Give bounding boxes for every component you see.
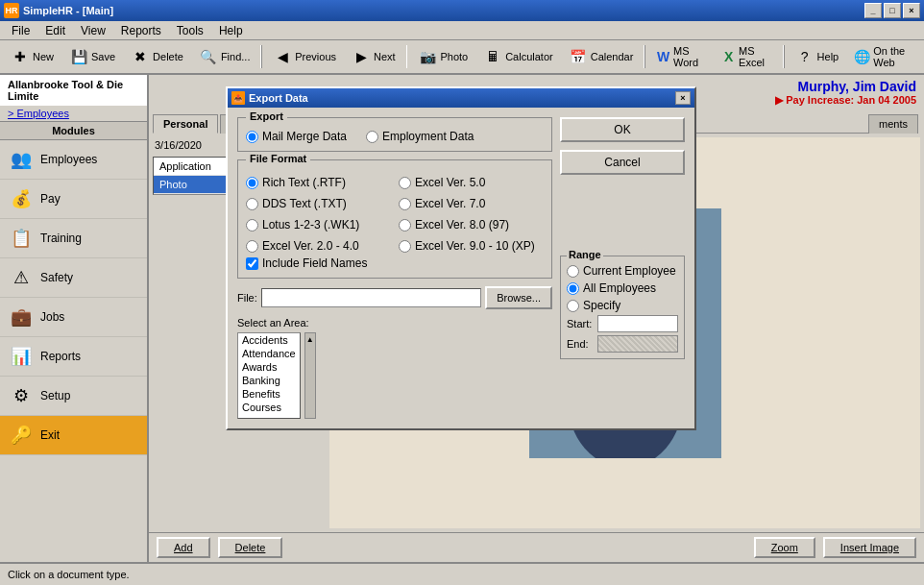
format-excel5-radio[interactable] — [399, 177, 411, 189]
all-employees-row: All Employees — [567, 281, 678, 295]
specify-radio[interactable] — [567, 300, 579, 312]
format-excel7-row: Excel Ver. 7.0 — [399, 197, 544, 210]
format-excel7-radio[interactable] — [399, 198, 411, 210]
format-excel5-row: Excel Ver. 5.0 — [399, 176, 544, 189]
mail-merge-label: Mail Merge Data — [262, 130, 347, 143]
specify-row: Specify — [567, 299, 678, 312]
dialog-body: Export Mail Merge Data Employment Data F… — [228, 108, 694, 428]
include-fields-label: Include Field Names — [262, 256, 367, 270]
export-group-label: Export — [246, 110, 287, 122]
dialog-close-button[interactable]: × — [675, 91, 691, 105]
format-lotus-label: Lotus 1-2-3 (.WK1) — [262, 218, 359, 232]
file-row: File: Browse... — [237, 286, 552, 309]
cancel-button[interactable]: Cancel — [560, 150, 685, 175]
start-input — [597, 315, 678, 332]
current-employee-radio[interactable] — [567, 265, 579, 278]
specify-label: Specify — [583, 299, 620, 312]
format-rtf-row: Rich Text (.RTF) — [246, 176, 391, 189]
file-format-label: File Format — [246, 153, 310, 164]
file-label: File: — [237, 292, 257, 304]
area-accidents[interactable]: Accidents — [238, 333, 300, 347]
export-group: Export Mail Merge Data Employment Data — [237, 117, 552, 152]
current-employee-label: Current Employee — [583, 264, 676, 278]
file-input[interactable] — [261, 288, 481, 307]
select-area-label: Select an Area: — [237, 317, 552, 329]
select-area-section: Select an Area: Accidents Attendance Awa… — [237, 317, 552, 419]
end-row: End: — [567, 335, 678, 353]
area-courses[interactable]: Courses — [238, 401, 300, 414]
format-excel8-radio[interactable] — [399, 219, 411, 232]
list-scrollbar[interactable]: ▲ — [304, 332, 316, 419]
include-fields-row: Include Field Names — [246, 256, 544, 270]
end-input — [597, 335, 678, 353]
employment-data-label: Employment Data — [382, 130, 474, 143]
format-rtf-radio[interactable] — [246, 177, 258, 189]
mail-merge-radio[interactable] — [246, 131, 258, 143]
range-group: Range Current Employee All Employees Spe… — [560, 256, 685, 359]
format-lotus-radio[interactable] — [246, 219, 258, 232]
format-lotus-row: Lotus 1-2-3 (.WK1) — [246, 218, 391, 232]
area-banking[interactable]: Banking — [238, 374, 300, 387]
all-employees-label: All Employees — [583, 281, 656, 295]
format-col-2: Excel Ver. 5.0 Excel Ver. 7.0 Excel Ver.… — [399, 172, 544, 253]
ok-button[interactable]: OK — [560, 117, 685, 142]
format-excel20-radio[interactable] — [246, 240, 258, 253]
export-dialog: 📤 Export Data × Export Mail Merge Data E… — [226, 86, 696, 430]
dialog-right: OK Cancel Range Current Employee All Emp… — [560, 117, 685, 419]
browse-button[interactable]: Browse... — [485, 286, 552, 309]
format-excel9-label: Excel Ver. 9.0 - 10 (XP) — [415, 239, 535, 253]
format-dds-radio[interactable] — [246, 198, 258, 210]
format-dds-label: DDS Text (.TXT) — [262, 197, 347, 210]
current-employee-row: Current Employee — [567, 264, 678, 278]
format-dds-row: DDS Text (.TXT) — [246, 197, 391, 210]
format-excel8-label: Excel Ver. 8.0 (97) — [415, 218, 509, 232]
area-list-box[interactable]: Accidents Attendance Awards Banking Bene… — [237, 332, 301, 419]
dialog-title-bar: 📤 Export Data × — [228, 88, 694, 108]
dialog-icon: 📤 — [231, 91, 245, 105]
dialog-overlay: 📤 Export Data × Export Mail Merge Data E… — [0, 0, 924, 585]
format-excel7-label: Excel Ver. 7.0 — [415, 197, 485, 210]
start-row: Start: — [567, 315, 678, 332]
format-col-1: Rich Text (.RTF) DDS Text (.TXT) Lotus 1… — [246, 172, 391, 253]
format-rtf-label: Rich Text (.RTF) — [262, 176, 346, 189]
end-label: End: — [567, 338, 594, 350]
format-excel5-label: Excel Ver. 5.0 — [415, 176, 485, 189]
format-excel20-row: Excel Ver. 2.0 - 4.0 — [246, 239, 391, 253]
format-excel20-label: Excel Ver. 2.0 - 4.0 — [262, 239, 359, 253]
all-employees-radio[interactable] — [567, 282, 579, 295]
include-fields-checkbox[interactable] — [246, 257, 258, 270]
area-awards[interactable]: Awards — [238, 360, 300, 374]
range-label: Range — [567, 249, 603, 260]
format-excel9-radio[interactable] — [399, 240, 411, 253]
area-benefits[interactable]: Benefits — [238, 387, 300, 401]
file-format-group: File Format Rich Text (.RTF) DDS Text (.… — [237, 159, 552, 279]
dialog-title: Export Data — [249, 92, 675, 104]
format-excel9-row: Excel Ver. 9.0 - 10 (XP) — [399, 239, 544, 253]
area-attendance[interactable]: Attendance — [238, 347, 300, 360]
start-label: Start: — [567, 318, 594, 329]
employment-data-radio[interactable] — [366, 131, 378, 143]
format-excel8-row: Excel Ver. 8.0 (97) — [399, 218, 544, 232]
